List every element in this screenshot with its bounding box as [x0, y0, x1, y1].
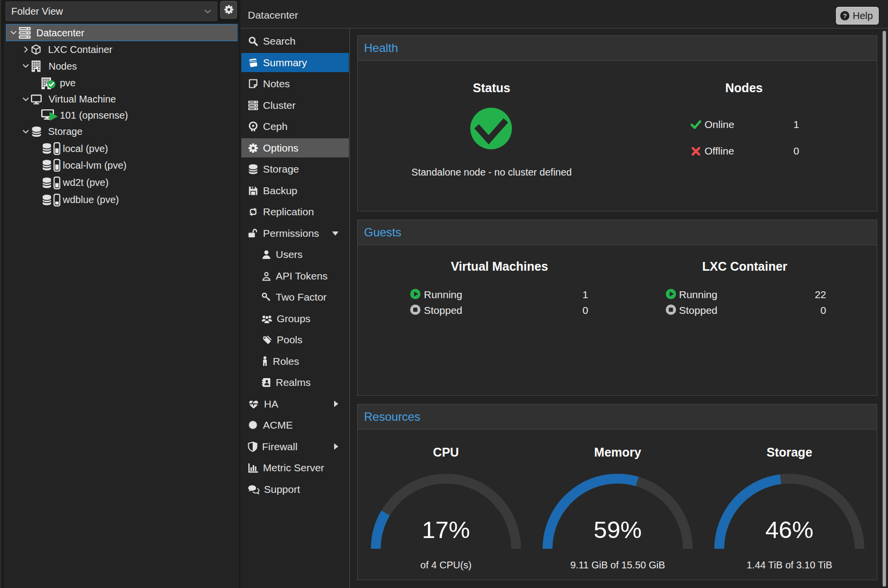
- svg-text:?: ?: [843, 12, 847, 20]
